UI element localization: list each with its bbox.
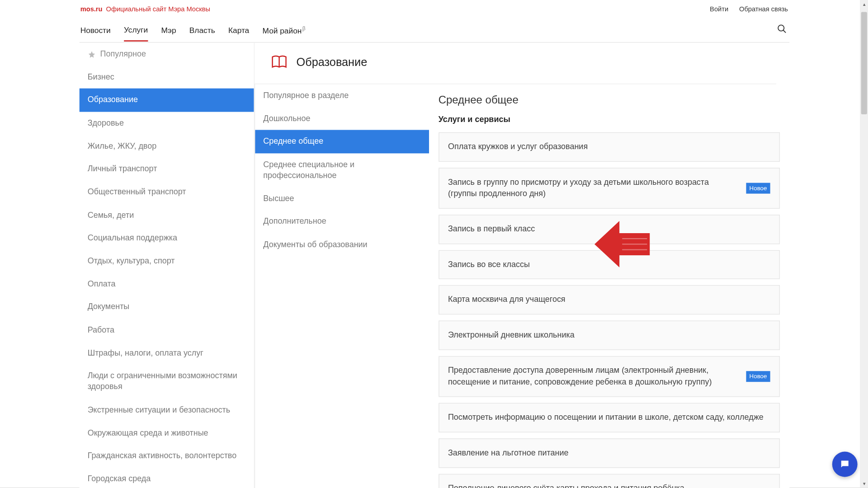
section-title: Образование — [297, 56, 368, 69]
tagline: Официальный сайт Мэра Москвы — [106, 5, 210, 13]
sidebar-item[interactable]: Штрафы, налоги, оплата услуг — [79, 342, 254, 365]
sidebar-item[interactable]: Гражданская активность, волонтерство — [79, 445, 254, 468]
scrollbar[interactable]: ▴ ▾ — [860, 0, 868, 488]
nav-news[interactable]: Новости — [80, 19, 111, 41]
subcategory-sidebar: Популярное в разделеДошкольноеСреднее об… — [254, 84, 429, 488]
service-card[interactable]: Карта москвича для учащегося — [439, 285, 780, 314]
service-card[interactable]: Оплата кружков и услуг образования — [439, 132, 780, 162]
service-label: Пополнение лицевого счёта карты прохода … — [448, 483, 684, 488]
sidebar-item[interactable]: Оплата — [79, 272, 254, 296]
nav-mayor[interactable]: Мэр — [161, 19, 176, 41]
sidebar-item[interactable]: Здоровье — [79, 112, 254, 135]
main-content: Среднее общее Услуги и сервисы Оплата кр… — [429, 84, 789, 488]
sidebar-item[interactable]: Семья, дети — [79, 204, 254, 227]
service-label: Заявление на льготное питание — [448, 447, 569, 459]
sidebar-item[interactable]: Личный транспорт — [79, 158, 254, 181]
sidebar-item[interactable]: Бизнес — [79, 66, 254, 89]
chat-icon — [840, 459, 850, 470]
scroll-up-icon[interactable]: ▴ — [860, 0, 868, 9]
scroll-thumb[interactable] — [861, 12, 867, 114]
search-icon[interactable] — [777, 24, 787, 37]
sidebar-label: Популярное — [100, 49, 146, 60]
sidebar-item[interactable]: Общественный транспорт — [79, 181, 254, 204]
subsidebar-item[interactable]: Высшее — [255, 187, 429, 210]
star-icon — [88, 50, 95, 58]
svg-line-1 — [783, 30, 786, 33]
subsidebar-item[interactable]: Дошкольное — [255, 107, 429, 130]
service-label: Предоставление доступа доверенным лицам … — [448, 365, 739, 388]
service-card[interactable]: Пополнение лицевого счёта карты прохода … — [439, 474, 780, 488]
sidebar-item[interactable]: Окружающая среда и животные — [79, 422, 254, 445]
sidebar-item[interactable]: Люди с ограниченными возможностями здоро… — [79, 365, 254, 399]
nav-government[interactable]: Власть — [189, 19, 215, 41]
nav-services[interactable]: Услуги — [124, 19, 148, 42]
sidebar-item-popular[interactable]: Популярное — [79, 43, 254, 66]
subsidebar-item[interactable]: Популярное в разделе — [255, 84, 429, 107]
service-label: Посмотреть информацию о посещении и пита… — [448, 412, 764, 423]
service-label: Запись в первый класс — [448, 224, 535, 235]
services-subheading: Услуги и сервисы — [439, 115, 780, 124]
sidebar-item[interactable]: Работа — [79, 319, 254, 342]
sidebar-item[interactable]: Образование — [79, 89, 254, 112]
subsidebar-item[interactable]: Документы об образовании — [255, 233, 429, 256]
service-label: Оплата кружков и услуг образования — [448, 141, 588, 153]
main-nav: Новости Услуги Мэр Власть Карта Мой райо… — [79, 18, 789, 43]
service-card[interactable]: Посмотреть информацию о посещении и пита… — [439, 403, 780, 432]
nav-district[interactable]: Мой районβ — [263, 19, 306, 42]
subsidebar-item[interactable]: Дополнительное — [255, 210, 429, 233]
book-icon — [270, 53, 288, 71]
sidebar-item[interactable]: Экстренные ситуации и безопасность — [79, 399, 254, 422]
category-sidebar: Популярное БизнесОбразованиеЗдоровьеЖиль… — [79, 43, 254, 488]
brand-logo[interactable]: mos.ru — [80, 5, 103, 13]
sidebar-item[interactable]: Документы — [79, 296, 254, 319]
service-card[interactable]: Электронный дневник школьника — [439, 321, 780, 350]
service-label: Запись во все классы — [448, 259, 530, 270]
svg-point-0 — [778, 25, 783, 31]
service-card[interactable]: Запись во все классы — [439, 250, 780, 279]
scroll-down-icon[interactable]: ▾ — [860, 479, 868, 488]
nav-map[interactable]: Карта — [228, 19, 249, 41]
subsidebar-item[interactable]: Среднее общее — [255, 130, 429, 153]
service-card[interactable]: Предоставление доступа доверенным лицам … — [439, 356, 780, 397]
page-title: Среднее общее — [439, 94, 780, 107]
service-card[interactable]: Заявление на льготное питание — [439, 438, 780, 468]
new-badge: Новое — [746, 183, 770, 193]
service-label: Запись в группу по присмотру и уходу за … — [448, 177, 739, 199]
service-label: Карта москвича для учащегося — [448, 294, 566, 305]
sidebar-item[interactable]: Городская среда — [79, 467, 254, 488]
login-link[interactable]: Войти — [710, 5, 728, 13]
service-label: Электронный дневник школьника — [448, 330, 575, 341]
service-card[interactable]: Запись в первый класс — [439, 215, 780, 244]
sidebar-item[interactable]: Отдых, культура, спорт — [79, 249, 254, 272]
sidebar-item[interactable]: Жилье, ЖКУ, двор — [79, 135, 254, 158]
topbar: mos.ru Официальный сайт Мэра Москвы Войт… — [79, 0, 789, 18]
chat-button[interactable] — [832, 452, 858, 477]
subsidebar-item[interactable]: Среднее специальное и профессиональное — [255, 153, 429, 187]
service-card[interactable]: Запись в группу по присмотру и уходу за … — [439, 168, 780, 208]
feedback-link[interactable]: Обратная связь — [739, 5, 788, 13]
section-header: Образование — [254, 43, 776, 84]
new-badge: Новое — [746, 371, 770, 382]
sidebar-item[interactable]: Социальная поддержка — [79, 226, 254, 249]
